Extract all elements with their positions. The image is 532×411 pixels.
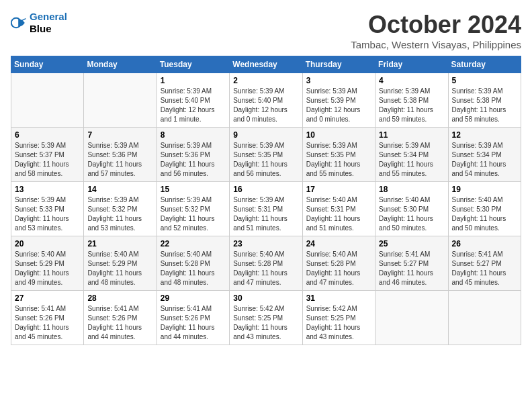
day-number: 12 — [452, 130, 517, 140]
location: Tambac, Western Visayas, Philippines — [351, 39, 521, 50]
day-info: Sunrise: 5:39 AM Sunset: 5:36 PM Dayligh… — [87, 141, 152, 179]
day-number: 1 — [161, 76, 226, 85]
calendar-week-row: 1Sunrise: 5:39 AM Sunset: 5:40 PM Daylig… — [11, 73, 521, 128]
day-number: 20 — [15, 239, 80, 248]
day-number: 24 — [306, 239, 371, 248]
day-info: Sunrise: 5:40 AM Sunset: 5:30 PM Dayligh… — [379, 195, 444, 233]
day-info: Sunrise: 5:41 AM Sunset: 5:26 PM Dayligh… — [87, 304, 152, 342]
day-number: 26 — [452, 239, 517, 248]
weekday-header-monday: Monday — [84, 56, 157, 73]
day-info: Sunrise: 5:40 AM Sunset: 5:28 PM Dayligh… — [161, 250, 226, 287]
day-number: 22 — [161, 239, 226, 248]
day-info: Sunrise: 5:39 AM Sunset: 5:32 PM Dayligh… — [87, 195, 152, 233]
day-number: 21 — [87, 239, 152, 248]
calendar-cell: 10Sunrise: 5:39 AM Sunset: 5:35 PM Dayli… — [302, 128, 375, 182]
day-info: Sunrise: 5:39 AM Sunset: 5:35 PM Dayligh… — [233, 141, 298, 179]
calendar-cell: 5Sunrise: 5:39 AM Sunset: 5:38 PM Daylig… — [448, 73, 521, 128]
calendar-cell: 22Sunrise: 5:40 AM Sunset: 5:28 PM Dayli… — [157, 236, 229, 291]
calendar-cell: 26Sunrise: 5:41 AM Sunset: 5:27 PM Dayli… — [448, 236, 521, 291]
calendar-week-row: 20Sunrise: 5:40 AM Sunset: 5:29 PM Dayli… — [11, 236, 521, 291]
calendar-cell: 15Sunrise: 5:39 AM Sunset: 5:32 PM Dayli… — [157, 182, 229, 236]
day-number: 6 — [15, 130, 80, 140]
day-number: 30 — [233, 293, 298, 303]
day-info: Sunrise: 5:39 AM Sunset: 5:34 PM Dayligh… — [452, 141, 517, 179]
day-number: 11 — [379, 130, 444, 140]
day-number: 5 — [452, 76, 517, 85]
weekday-header-sunday: Sunday — [11, 56, 84, 73]
day-number: 3 — [306, 76, 371, 85]
day-info: Sunrise: 5:39 AM Sunset: 5:38 PM Dayligh… — [452, 87, 517, 124]
calendar-cell: 21Sunrise: 5:40 AM Sunset: 5:29 PM Dayli… — [84, 236, 157, 291]
calendar-cell: 13Sunrise: 5:39 AM Sunset: 5:33 PM Dayli… — [11, 182, 84, 236]
day-number: 31 — [306, 293, 371, 303]
calendar-cell — [84, 73, 157, 128]
day-number: 23 — [233, 239, 298, 248]
page-header: General Blue October 2024 Tambac, Wester… — [11, 11, 521, 50]
day-info: Sunrise: 5:41 AM Sunset: 5:27 PM Dayligh… — [379, 250, 444, 287]
weekday-header-saturday: Saturday — [448, 56, 521, 73]
day-info: Sunrise: 5:39 AM Sunset: 5:32 PM Dayligh… — [161, 195, 226, 233]
calendar-cell: 17Sunrise: 5:40 AM Sunset: 5:31 PM Dayli… — [302, 182, 375, 236]
calendar-cell: 20Sunrise: 5:40 AM Sunset: 5:29 PM Dayli… — [11, 236, 84, 291]
calendar-cell: 25Sunrise: 5:41 AM Sunset: 5:27 PM Dayli… — [375, 236, 448, 291]
day-number: 2 — [233, 76, 298, 85]
calendar-cell: 12Sunrise: 5:39 AM Sunset: 5:34 PM Dayli… — [448, 128, 521, 182]
day-info: Sunrise: 5:41 AM Sunset: 5:26 PM Dayligh… — [15, 304, 80, 342]
weekday-header-wednesday: Wednesday — [230, 56, 302, 73]
day-number: 15 — [161, 185, 226, 194]
month-title: October 2024 — [351, 11, 521, 39]
title-block: October 2024 Tambac, Western Visayas, Ph… — [351, 11, 521, 50]
day-info: Sunrise: 5:39 AM Sunset: 5:40 PM Dayligh… — [233, 87, 298, 124]
calendar-cell: 18Sunrise: 5:40 AM Sunset: 5:30 PM Dayli… — [375, 182, 448, 236]
day-info: Sunrise: 5:39 AM Sunset: 5:39 PM Dayligh… — [306, 87, 371, 124]
weekday-header-thursday: Thursday — [302, 56, 375, 73]
day-info: Sunrise: 5:40 AM Sunset: 5:29 PM Dayligh… — [87, 250, 152, 287]
weekday-header-friday: Friday — [375, 56, 448, 73]
day-info: Sunrise: 5:41 AM Sunset: 5:27 PM Dayligh… — [452, 250, 517, 287]
day-info: Sunrise: 5:40 AM Sunset: 5:29 PM Dayligh… — [15, 250, 80, 287]
calendar-cell: 8Sunrise: 5:39 AM Sunset: 5:36 PM Daylig… — [157, 128, 229, 182]
day-info: Sunrise: 5:40 AM Sunset: 5:28 PM Dayligh… — [233, 250, 298, 287]
day-number: 27 — [15, 293, 80, 303]
day-number: 7 — [87, 130, 152, 140]
day-info: Sunrise: 5:39 AM Sunset: 5:31 PM Dayligh… — [233, 195, 298, 233]
calendar-cell: 2Sunrise: 5:39 AM Sunset: 5:40 PM Daylig… — [230, 73, 302, 128]
day-info: Sunrise: 5:39 AM Sunset: 5:36 PM Dayligh… — [161, 141, 226, 179]
day-info: Sunrise: 5:40 AM Sunset: 5:28 PM Dayligh… — [306, 250, 371, 287]
calendar-cell: 23Sunrise: 5:40 AM Sunset: 5:28 PM Dayli… — [230, 236, 302, 291]
day-info: Sunrise: 5:39 AM Sunset: 5:33 PM Dayligh… — [15, 195, 80, 233]
calendar-cell: 27Sunrise: 5:41 AM Sunset: 5:26 PM Dayli… — [11, 291, 84, 345]
calendar-cell: 4Sunrise: 5:39 AM Sunset: 5:38 PM Daylig… — [375, 73, 448, 128]
day-info: Sunrise: 5:39 AM Sunset: 5:38 PM Dayligh… — [379, 87, 444, 124]
day-number: 17 — [306, 185, 371, 194]
logo-icon — [11, 15, 27, 31]
calendar-cell: 7Sunrise: 5:39 AM Sunset: 5:36 PM Daylig… — [84, 128, 157, 182]
calendar-table: SundayMondayTuesdayWednesdayThursdayFrid… — [11, 56, 521, 345]
weekday-header-row: SundayMondayTuesdayWednesdayThursdayFrid… — [11, 56, 521, 73]
calendar-cell: 31Sunrise: 5:42 AM Sunset: 5:25 PM Dayli… — [302, 291, 375, 345]
calendar-cell: 11Sunrise: 5:39 AM Sunset: 5:34 PM Dayli… — [375, 128, 448, 182]
day-info: Sunrise: 5:39 AM Sunset: 5:34 PM Dayligh… — [379, 141, 444, 179]
day-info: Sunrise: 5:39 AM Sunset: 5:35 PM Dayligh… — [306, 141, 371, 179]
calendar-cell: 9Sunrise: 5:39 AM Sunset: 5:35 PM Daylig… — [230, 128, 302, 182]
day-number: 10 — [306, 130, 371, 140]
weekday-header-tuesday: Tuesday — [157, 56, 229, 73]
day-number: 13 — [15, 185, 80, 194]
day-number: 9 — [233, 130, 298, 140]
calendar-cell — [11, 73, 84, 128]
logo-line1: General — [30, 11, 67, 22]
day-number: 14 — [87, 185, 152, 194]
calendar-week-row: 6Sunrise: 5:39 AM Sunset: 5:37 PM Daylig… — [11, 128, 521, 182]
day-number: 18 — [379, 185, 444, 194]
logo-line2: Blue — [30, 23, 67, 35]
calendar-cell: 24Sunrise: 5:40 AM Sunset: 5:28 PM Dayli… — [302, 236, 375, 291]
day-info: Sunrise: 5:40 AM Sunset: 5:31 PM Dayligh… — [306, 195, 371, 233]
calendar-cell: 16Sunrise: 5:39 AM Sunset: 5:31 PM Dayli… — [230, 182, 302, 236]
day-number: 16 — [233, 185, 298, 194]
day-info: Sunrise: 5:40 AM Sunset: 5:30 PM Dayligh… — [452, 195, 517, 233]
day-info: Sunrise: 5:42 AM Sunset: 5:25 PM Dayligh… — [306, 304, 371, 342]
calendar-cell: 14Sunrise: 5:39 AM Sunset: 5:32 PM Dayli… — [84, 182, 157, 236]
calendar-cell: 28Sunrise: 5:41 AM Sunset: 5:26 PM Dayli… — [84, 291, 157, 345]
day-number: 19 — [452, 185, 517, 194]
calendar-cell: 1Sunrise: 5:39 AM Sunset: 5:40 PM Daylig… — [157, 73, 229, 128]
